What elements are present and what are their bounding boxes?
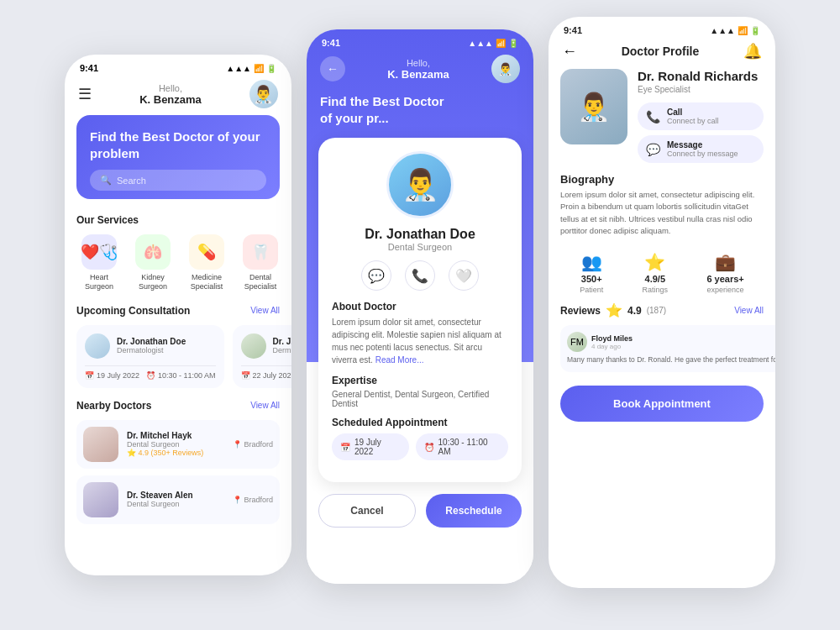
p2-user-avatar[interactable]: 👨‍⚕️ xyxy=(491,55,520,83)
call-contact-btn[interactable]: 📞 Call Connect by call xyxy=(638,102,764,130)
consultation-section-header: Upcoming Consultation View All xyxy=(65,300,291,322)
reschedule-button[interactable]: Reschedule xyxy=(426,494,522,528)
reviews-header: Reviews ⭐ 4.9 (187) View All xyxy=(549,302,775,325)
scheduled-title: Scheduled Appointment xyxy=(332,417,508,428)
profile-specialty: Eye Specialist xyxy=(638,85,764,94)
favorite-action-btn[interactable]: 🤍 xyxy=(449,260,479,291)
nearby-spec-1: Dental Surgeon xyxy=(127,440,224,449)
services-section-header: Our Services xyxy=(65,209,291,231)
consult-card-2[interactable]: Dr. J. Derm. 📅 22 July 202 xyxy=(233,325,291,388)
search-icon: 🔍 xyxy=(100,175,112,186)
review-text-1: Many many thanks to Dr. Ronald. He gave … xyxy=(567,355,775,365)
p3-back-button[interactable]: ← xyxy=(562,43,577,60)
heart-surgeon-label: HeartSurgeon xyxy=(85,273,113,291)
message-icon: 💬 xyxy=(646,143,660,156)
p3-header: ← Doctor Profile 🔔 xyxy=(549,39,775,69)
nearby-avatar-2 xyxy=(83,482,118,517)
contact-buttons: 📞 Call Connect by call 💬 Message Connect… xyxy=(638,102,764,163)
status-bar-2: 9:41 ▲▲▲ 📶 🔋 xyxy=(307,29,533,51)
scheduled-time-badge: ⏰ 10:30 - 11:00 AM xyxy=(416,433,508,460)
consultation-view-all[interactable]: View All xyxy=(250,306,280,315)
battery-icon-2: 🔋 xyxy=(508,39,518,48)
message-label: Message xyxy=(667,140,738,150)
reviewer-row-1: FM Floyd Miles 4 day ago ⭐ 4.9 xyxy=(567,332,775,352)
scheduled-date: 19 July 2022 xyxy=(354,438,401,456)
call-label: Call xyxy=(667,108,719,117)
nearby-info-1: Dr. Mitchel Hayk Dental Surgeon ⭐ 4.9 (3… xyxy=(127,431,224,457)
status-icons-3: ▲▲▲ 📶 🔋 xyxy=(710,26,760,35)
p2-hello: Hello, xyxy=(387,58,449,68)
about-title: About Doctor xyxy=(332,301,508,312)
phone-icon: 📞 xyxy=(646,110,660,123)
dental-specialist-icon: 🦷 xyxy=(243,234,278,270)
status-bar-3: 9:41 ▲▲▲ 📶 🔋 xyxy=(549,17,775,39)
about-section: About Doctor Lorem ipsum dolor sit amet,… xyxy=(332,301,508,366)
p2-action-buttons: Cancel Reschedule xyxy=(307,482,533,528)
nearby-loc-2: 📍 Bradford xyxy=(233,496,273,504)
service-heart[interactable]: ❤️‍🩺 HeartSurgeon xyxy=(76,234,122,291)
doctor-main-avatar: 👨‍⚕️ xyxy=(386,151,454,218)
search-bar[interactable]: 🔍 Search xyxy=(90,170,266,191)
kidney-surgeon-label: KidneySurgeon xyxy=(139,273,167,291)
stat-patients: 👥 350+ Patient xyxy=(580,252,603,294)
reviewer-avatar-1: FM xyxy=(567,332,587,352)
message-contact-btn[interactable]: 💬 Message Connect by message xyxy=(638,135,764,163)
review-card-1: FM Floyd Miles 4 day ago ⭐ 4.9 Many many… xyxy=(560,325,775,372)
stat-ratings-val: 4.9/5 xyxy=(645,274,665,284)
consult-doc-specialty-1: Dermatologist xyxy=(117,346,186,354)
notification-bell-icon[interactable]: 🔔 xyxy=(743,42,762,60)
stat-experience-val: 6 years+ xyxy=(706,274,743,284)
nearby-spec-2: Dental Surgeon xyxy=(127,500,224,508)
call-text: Call Connect by call xyxy=(667,108,719,125)
time-3: 9:41 xyxy=(564,25,582,35)
read-more-link[interactable]: Read More... xyxy=(375,355,424,365)
status-icons-2: ▲▲▲ 📶 🔋 xyxy=(468,39,518,48)
reviews-rating: 4.9 xyxy=(627,305,642,317)
service-kidney[interactable]: 🫁 KidneySurgeon xyxy=(130,234,176,291)
status-bar-1: 9:41 ▲▲▲ 📶 🔋 xyxy=(65,55,291,76)
consult-date-1: 📅 19 July 2022 xyxy=(85,371,139,380)
hero-title: Find the Best Doctor of your problem xyxy=(90,129,266,161)
calendar-icon: 📅 xyxy=(85,371,94,380)
menu-icon[interactable]: ☰ xyxy=(78,85,92,103)
reviewer-time-1: 4 day ago xyxy=(591,343,633,350)
phone-screen-3: 9:41 ▲▲▲ 📶 🔋 ← Doctor Profile 🔔 👨‍⚕️ Dr.… xyxy=(549,17,775,588)
call-action-btn[interactable]: 📞 xyxy=(405,260,435,291)
consultation-title: Upcoming Consultation xyxy=(76,305,190,317)
profile-section: 👨‍⚕️ Dr. Ronald Richards Eye Specialist … xyxy=(549,69,775,173)
reviews-view-all[interactable]: View All xyxy=(734,306,764,315)
stat-experience: 💼 6 years+ experience xyxy=(706,252,743,294)
consult-meta-2: 📅 22 July 202 xyxy=(241,371,291,380)
back-button[interactable]: ← xyxy=(320,56,345,81)
nearby-view-all[interactable]: View All xyxy=(250,401,280,410)
reviewer-name-1: Floyd Miles xyxy=(591,334,633,343)
nearby-doctor-2[interactable]: Dr. Steaven Alen Dental Surgeon 📍 Bradfo… xyxy=(76,475,280,524)
scheduled-date-badge: 📅 19 July 2022 xyxy=(332,433,409,460)
nearby-section-header: Nearby Doctors View All xyxy=(65,395,291,417)
services-grid: ❤️‍🩺 HeartSurgeon 🫁 KidneySurgeon 💊 Medi… xyxy=(65,231,291,300)
phone-screen-1: 9:41 ▲▲▲ 📶 🔋 ☰ Hello, K. Benzama 👨‍⚕️ Fi… xyxy=(65,55,291,575)
consult-doc-name-2: Dr. J. xyxy=(273,337,291,346)
heart-surgeon-icon: ❤️‍🩺 xyxy=(81,234,117,270)
cancel-button[interactable]: Cancel xyxy=(318,494,416,528)
wifi-icon: 📶 xyxy=(254,64,264,73)
consult-card-1[interactable]: Dr. Jonathan Doe Dermatologist 📅 19 July… xyxy=(76,325,224,388)
stat-experience-label: experience xyxy=(707,286,744,294)
message-action-btn[interactable]: 💬 xyxy=(361,260,391,291)
reviews-star: ⭐ xyxy=(606,302,622,318)
bio-text: Lorem ipsum dolor sit amet, consectetur … xyxy=(560,189,764,237)
nearby-doctor-1[interactable]: Dr. Mitchel Hayk Dental Surgeon ⭐ 4.9 (3… xyxy=(76,420,280,469)
p2-user-name: K. Benzama xyxy=(387,68,449,81)
book-appointment-button[interactable]: Book Appointment xyxy=(560,386,764,422)
reviews-list: FM Floyd Miles 4 day ago ⭐ 4.9 Many many… xyxy=(549,325,775,381)
consult-doc-avatar-1 xyxy=(85,333,110,359)
location-icon-2: 📍 xyxy=(233,496,242,504)
consult-meta-1: 📅 19 July 2022 ⏰ 10:30 - 11:00 AM xyxy=(85,371,216,380)
bio-title: Biography xyxy=(560,173,764,186)
scheduled-row: 📅 19 July 2022 ⏰ 10:30 - 11:00 AM xyxy=(332,433,508,460)
service-medicine[interactable]: 💊 MedicineSpecialist xyxy=(184,234,229,291)
service-dental[interactable]: 🦷 DentalSpecialist xyxy=(238,234,283,291)
user-avatar[interactable]: 👨‍⚕️ xyxy=(249,80,278,108)
phone-screen-2: 9:41 ▲▲▲ 📶 🔋 ← Hello, K. Benzama 👨‍⚕️ Fi… xyxy=(307,29,533,584)
user-name: K. Benzama xyxy=(139,93,202,106)
